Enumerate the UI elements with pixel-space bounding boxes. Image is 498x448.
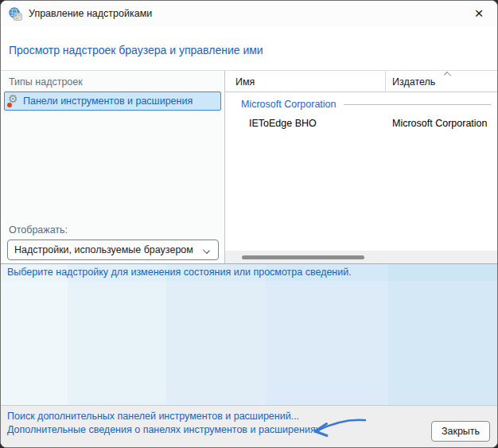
column-header-name[interactable]: Имя (235, 76, 255, 88)
group-rule-line (344, 104, 492, 105)
manage-addons-icon (9, 7, 22, 21)
addon-publisher-cell: Microsoft Corporation (392, 118, 488, 129)
horizontal-scrollbar[interactable] (225, 251, 497, 263)
learn-more-addons-link[interactable]: Дополнительные сведения о панелях инстру… (7, 424, 321, 435)
gear-icon: ⚙ (8, 95, 20, 107)
horizontal-scrollbar-thumb[interactable] (242, 255, 364, 259)
details-pane (1, 281, 497, 405)
main-area: Типы надстроек ⚙ Панели инструментов и р… (1, 71, 497, 263)
close-button[interactable]: Закрыть (431, 421, 490, 442)
column-header-publisher[interactable]: Издатель (392, 76, 435, 88)
sort-asc-icon (444, 72, 451, 79)
addon-types-header: Типы надстроек (9, 76, 83, 88)
close-icon[interactable]: × (461, 1, 497, 26)
addons-list-panel: Имя Издатель Microsoft Corporation IEToE… (225, 71, 497, 263)
publisher-group-name: Microsoft Corporation (241, 99, 337, 110)
table-row[interactable]: IEToEdge BHO Microsoft Corporation (225, 115, 497, 133)
show-filter-value: Надстройки, используемые браузером (14, 244, 193, 255)
column-divider (385, 71, 386, 92)
find-more-addons-link[interactable]: Поиск дополнительных панелей инструменто… (7, 411, 299, 422)
status-bar: Выберите надстройку для изменения состоя… (1, 263, 497, 281)
manage-addons-dialog: Управление надстройками × Просмотр надст… (0, 0, 498, 448)
status-text: Выберите надстройку для изменения состоя… (7, 267, 352, 278)
publisher-group-header: Microsoft Corporation (225, 97, 497, 111)
footer-bar: Поиск дополнительных панелей инструменто… (1, 405, 497, 447)
chevron-down-icon (203, 247, 210, 254)
subheader: Просмотр надстроек браузера и управление… (1, 26, 497, 71)
addon-types-panel: Типы надстроек ⚙ Панели инструментов и р… (1, 71, 225, 263)
addon-name-cell: IEToEdge BHO (249, 118, 317, 129)
dialog-subtitle: Просмотр надстроек браузера и управление… (9, 44, 263, 56)
show-filter-dropdown[interactable]: Надстройки, используемые браузером (7, 240, 219, 260)
window-title: Управление надстройками (29, 8, 152, 19)
addon-type-toolbars-extensions[interactable]: ⚙ Панели инструментов и расширения (4, 92, 221, 111)
addon-type-label: Панели инструментов и расширения (23, 95, 193, 107)
show-filter-label: Отображать: (9, 224, 68, 236)
addons-table-header: Имя Издатель (225, 71, 497, 92)
title-bar: Управление надстройками × (1, 1, 497, 26)
